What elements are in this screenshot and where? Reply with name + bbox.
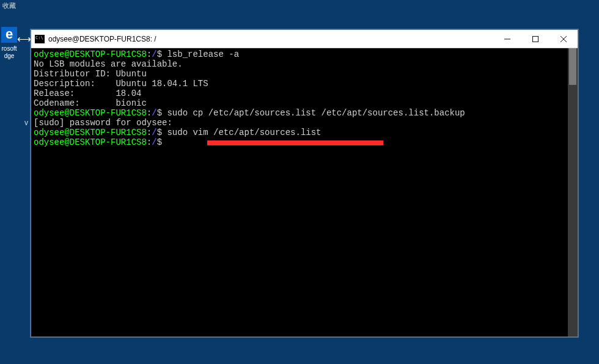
edge-icon: e (1, 27, 17, 43)
terminal-line: odysee@DESKTOP-FUR1CS8:/$ sudo vim /etc/… (34, 128, 575, 137)
terminal-window: odysee@DESKTOP-FUR1CS8: / odysee@DESKTOP… (31, 29, 578, 337)
terminal-line: Release: 18.04 (34, 89, 575, 98)
minimize-button[interactable] (493, 30, 521, 48)
terminal-line: odysee@DESKTOP-FUR1CS8:/$ lsb_release -a (34, 49, 575, 59)
terminal-line: Description: Ubuntu 18.04.1 LTS (34, 79, 575, 89)
cmd-icon (35, 35, 45, 43)
titlebar[interactable]: odysee@DESKTOP-FUR1CS8: / (31, 30, 578, 48)
terminal-line: Codename: bionic (34, 98, 575, 108)
resize-arrow-icon: ⟷ (17, 33, 31, 45)
scrollbar[interactable] (568, 48, 578, 337)
annotation-underline (207, 140, 383, 145)
scrollbar-thumb[interactable] (569, 48, 576, 85)
terminal-line: Distributor ID: Ubuntu (34, 69, 575, 79)
stray-char: v (24, 118, 28, 127)
svg-rect-1 (533, 36, 538, 42)
terminal-line: No LSB modules are available. (34, 59, 575, 69)
terminal-line: odysee@DESKTOP-FUR1CS8:/$ sudo cp /etc/a… (34, 108, 575, 118)
maximize-button[interactable] (521, 30, 549, 48)
close-button[interactable] (549, 30, 578, 48)
edge-shortcut[interactable]: e rosoft dge (0, 27, 18, 60)
window-title: odysee@DESKTOP-FUR1CS8: / (48, 35, 156, 43)
terminal-line: [sudo] password for odysee: (34, 118, 575, 128)
desktop-folder-label: 收藏 (0, 0, 18, 12)
edge-shortcut-label: rosoft dge (1, 45, 17, 60)
terminal-body[interactable]: odysee@DESKTOP-FUR1CS8:/$ lsb_release -a… (31, 48, 578, 337)
